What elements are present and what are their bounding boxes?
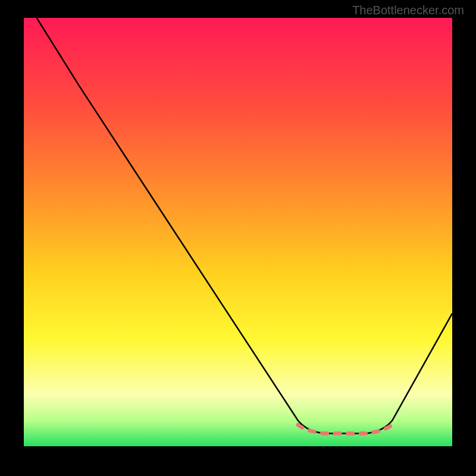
watermark-text: TheBottlenecker.com: [352, 4, 464, 17]
chart-curves: [24, 18, 452, 446]
optimal-range-path: [298, 425, 392, 433]
bottleneck-curve-path: [37, 18, 452, 433]
chart-plot-area: [24, 18, 452, 446]
